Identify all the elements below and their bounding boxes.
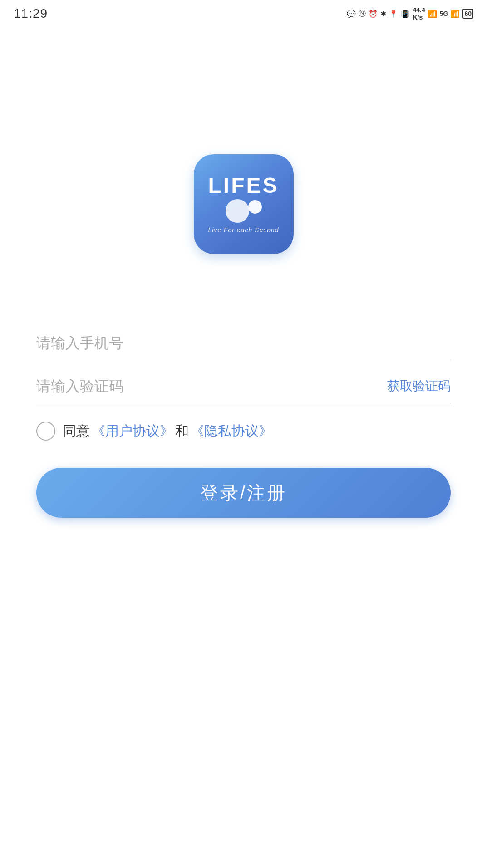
logo-circle-big <box>226 199 249 223</box>
whatsapp-icon: 💬 <box>347 10 356 18</box>
logo-title: LIFES <box>208 175 279 196</box>
agreement-and: 和 <box>175 422 189 441</box>
verification-code-input[interactable] <box>36 370 383 403</box>
login-register-button[interactable]: 登录/注册 <box>36 468 451 518</box>
main-content: LIFES Live For each Second 获取验证码 同意 《用户协… <box>0 27 487 868</box>
phone-input[interactable] <box>36 327 451 360</box>
app-logo: LIFES Live For each Second <box>194 154 294 254</box>
status-time: 11:29 <box>14 6 48 21</box>
bluetooth-icon: ✱ <box>380 10 386 18</box>
code-input-row: 获取验证码 <box>36 369 451 403</box>
battery-icon: 60 <box>462 9 473 19</box>
privacy-agreement-link[interactable]: 《隐私协议》 <box>191 422 272 441</box>
user-agreement-link[interactable]: 《用户协议》 <box>92 422 173 441</box>
alarm-icon: ⏰ <box>369 10 378 18</box>
agreement-prefix: 同意 <box>63 422 90 441</box>
logo-subtitle: Live For each Second <box>208 226 279 234</box>
agreement-row: 同意 《用户协议》 和 《隐私协议》 <box>36 422 451 441</box>
logo-icon-area <box>226 200 262 223</box>
form-section: 获取验证码 同意 《用户协议》 和 《隐私协议》 登录/注册 <box>36 327 451 518</box>
phone-input-group <box>36 327 451 360</box>
logo-circle-small <box>248 200 262 214</box>
logo-section: LIFES Live For each Second <box>194 154 294 254</box>
location-icon: 📍 <box>389 10 398 18</box>
signal-4g-icon: 44.4K/s <box>413 6 425 21</box>
battery-level: 60 <box>464 10 472 17</box>
nfc-icon: Ⓝ <box>359 9 366 19</box>
get-code-button[interactable]: 获取验证码 <box>383 369 451 403</box>
agreement-text: 同意 《用户协议》 和 《隐私协议》 <box>63 422 272 441</box>
signal-bars-icon: 📶 <box>428 10 437 18</box>
signal-bars-2-icon: 📶 <box>451 10 460 18</box>
status-bar: 11:29 💬 Ⓝ ⏰ ✱ 📍 📳 44.4K/s 📶 5G 📶 60 <box>0 0 487 27</box>
agreement-checkbox[interactable] <box>36 422 55 441</box>
status-icons: 💬 Ⓝ ⏰ ✱ 📍 📳 44.4K/s 📶 5G 📶 60 <box>347 6 473 21</box>
vibrate-icon: 📳 <box>401 10 410 18</box>
signal-5g-icon: 5G <box>440 10 448 17</box>
